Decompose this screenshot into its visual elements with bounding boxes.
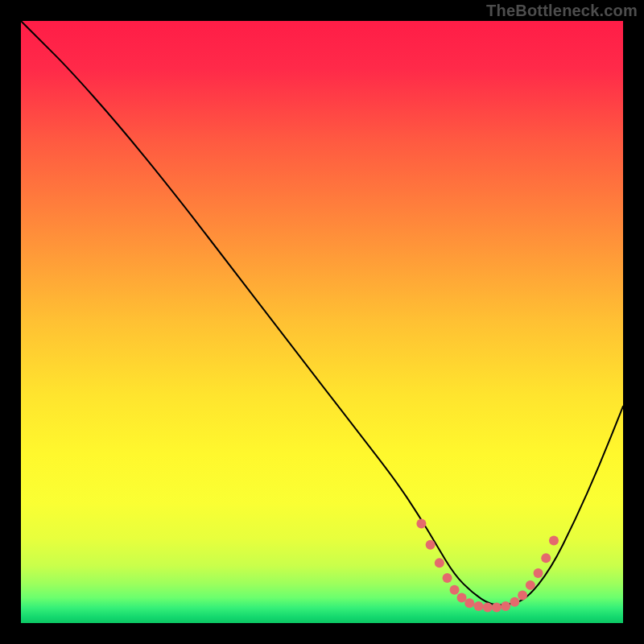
marker-dot: [492, 603, 502, 613]
marker-dot: [526, 580, 535, 590]
chart-canvas: [21, 21, 623, 623]
marker-dot: [426, 540, 436, 550]
marker-dot: [534, 568, 543, 578]
marker-dot: [416, 519, 426, 529]
marker-dot: [464, 598, 474, 608]
watermark-text: TheBottleneck.com: [486, 2, 638, 20]
marker-dot: [435, 558, 444, 568]
marker-dot: [443, 573, 452, 583]
marker-dot: [518, 591, 527, 601]
marker-dot: [450, 585, 460, 595]
marker-dot: [501, 601, 510, 611]
marker-dot: [457, 593, 467, 603]
chart-background: [21, 21, 623, 623]
marker-dot: [541, 553, 551, 563]
marker-dot: [510, 597, 519, 607]
marker-dot: [473, 601, 483, 611]
marker-dot: [549, 536, 559, 546]
bottleneck-chart: [21, 21, 623, 623]
marker-dot: [483, 603, 493, 613]
